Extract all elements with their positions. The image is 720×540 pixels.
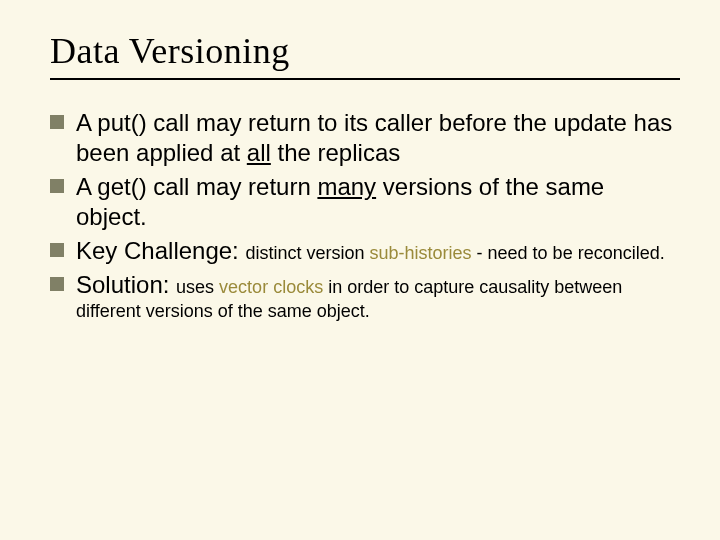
bullet-text: A put() call may return to its caller be… (76, 109, 672, 166)
title-underline (50, 78, 680, 80)
underlined-word: many (317, 173, 376, 200)
underlined-word: all (247, 139, 271, 166)
bullet-label: Solution: (76, 271, 176, 298)
bullet-item: Key Challenge: distinct version sub-hist… (50, 236, 680, 266)
bullet-label: Key Challenge: (76, 237, 245, 264)
bullet-item: A get() call may return many versions of… (50, 172, 680, 232)
bullet-item: A put() call may return to its caller be… (50, 108, 680, 168)
bullet-item: Solution: uses vector clocks in order to… (50, 270, 680, 323)
bullet-subtext: distinct version sub-histories - need to… (245, 243, 664, 263)
slide-title: Data Versioning (50, 30, 680, 72)
bullet-text: A get() call may return many versions of… (76, 173, 604, 230)
accent-text: sub-histories (370, 243, 472, 263)
bullet-list: A put() call may return to its caller be… (50, 108, 680, 323)
slide: Data Versioning A put() call may return … (0, 0, 720, 540)
accent-text: vector clocks (219, 277, 323, 297)
